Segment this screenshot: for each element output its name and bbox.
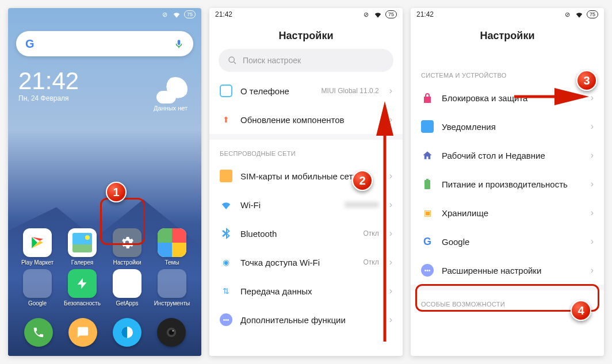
app-themes[interactable]: Темы (151, 228, 193, 266)
dock (8, 311, 201, 356)
status-time: 21:42 (416, 10, 434, 18)
battery-indicator: 75 (184, 10, 196, 18)
wifi-icon (173, 11, 181, 18)
folder-google[interactable]: Google (16, 269, 59, 306)
phone-settings-system: 21:42 ⊘ 75 Настройки СИСТЕМА И УСТРОЙСТВ… (411, 8, 604, 356)
battery-indicator: 75 (385, 10, 397, 18)
weather-text: Данных нет (154, 105, 188, 112)
row-power[interactable]: Питание и производительность › (411, 170, 604, 198)
row-data-usage[interactable]: ⇅ Передача данных › (209, 277, 403, 305)
row-wifi[interactable]: Wi-Fi › (209, 190, 403, 219)
status-bar: 21:42 ⊘ 75 (209, 8, 403, 21)
phone-home-screen: ⊘ 75 G 21:42 Пн, 24 Февраля Данных нет P… (8, 8, 201, 356)
app-play-market[interactable]: Play Маркет (16, 228, 59, 266)
chevron-right-icon: › (591, 236, 594, 247)
page-title: Настройки (209, 21, 403, 49)
row-update[interactable]: ⬆ Обновление компонентов › (209, 105, 403, 134)
wifi-icon (220, 198, 232, 211)
more-icon: ••• (421, 264, 434, 277)
chevron-right-icon: › (591, 121, 594, 132)
search-placeholder: Поиск настроек (243, 56, 301, 65)
row-notifications[interactable]: Уведомления › (411, 112, 604, 141)
google-search-bar[interactable]: G (16, 31, 193, 56)
svg-point-4 (229, 57, 234, 62)
app-getapps[interactable]: GetApps (106, 269, 148, 306)
row-desktop[interactable]: Рабочий стол и Недавние › (411, 141, 604, 170)
lock-icon (421, 91, 434, 104)
sim-icon (220, 170, 232, 182)
chevron-right-icon: › (591, 208, 594, 218)
battery-icon (421, 178, 434, 190)
settings-search[interactable]: Поиск настроек (219, 49, 393, 72)
wifi-icon (374, 11, 382, 18)
dock-messages[interactable] (68, 318, 97, 347)
more-icon: ••• (220, 313, 232, 326)
dock-camera[interactable] (157, 318, 186, 347)
status-bar: ⊘ 75 (8, 8, 201, 21)
bluetooth-icon (220, 227, 232, 240)
svg-rect-6 (424, 180, 430, 189)
weather-widget[interactable]: Данных нет (154, 77, 188, 112)
row-more[interactable]: ••• Дополнительные функции › (209, 305, 403, 334)
app-grid: Play Маркет Галерея Настройки Темы Googl… (8, 228, 201, 311)
data-icon: ⇅ (220, 285, 232, 297)
chevron-right-icon: › (389, 86, 392, 96)
app-gallery[interactable]: Галерея (61, 228, 104, 266)
dnd-icon: ⊘ (362, 11, 370, 18)
row-about-phone[interactable]: О телефоне MIUI Global 11.0.2 › (209, 76, 403, 105)
svg-rect-7 (426, 179, 429, 180)
status-time: 21:42 (215, 10, 232, 18)
mic-icon[interactable] (174, 39, 184, 49)
status-bar: 21:42 ⊘ 75 (411, 8, 604, 21)
chevron-right-icon: › (591, 179, 594, 189)
notification-icon (421, 120, 434, 133)
arrow-up (376, 112, 393, 344)
app-settings[interactable]: Настройки (106, 228, 148, 266)
chevron-right-icon: › (591, 93, 594, 103)
row-sim[interactable]: SIM-карты и мобильные сети › (209, 162, 403, 190)
folder-tools[interactable]: Инструменты (151, 269, 193, 306)
weather-icon (163, 77, 188, 101)
dnd-icon: ⊘ (564, 11, 572, 18)
chevron-right-icon: › (591, 150, 594, 160)
callout-2: 2 (352, 170, 373, 191)
section-wireless: БЕСПРОВОДНЫЕ СЕТИ (209, 140, 403, 162)
callout-3: 3 (576, 70, 597, 91)
home-icon (421, 149, 434, 162)
google-icon: G (421, 235, 434, 248)
hotspot-icon: ◉ (220, 256, 232, 269)
section-system: СИСТЕМА И УСТРОЙСТВО (411, 49, 604, 83)
row-google[interactable]: G Google › (411, 227, 604, 256)
row-storage[interactable]: ▣ Хранилище › (411, 198, 604, 227)
storage-icon: ▣ (421, 206, 434, 219)
battery-indicator: 75 (587, 10, 598, 18)
app-security[interactable]: Безопасность (61, 269, 104, 306)
phone-settings-main: 21:42 ⊘ 75 Настройки Поиск настроек О те… (209, 8, 403, 356)
svg-point-3 (172, 330, 174, 332)
row-advanced-settings[interactable]: ••• Расширенные настройки › (411, 256, 604, 285)
google-logo: G (25, 37, 35, 51)
page-title: Настройки (411, 21, 604, 49)
dock-phone[interactable] (24, 318, 53, 347)
wifi-icon (575, 11, 583, 18)
callout-1: 1 (106, 182, 127, 202)
chevron-right-icon: › (591, 265, 594, 275)
row-bluetooth[interactable]: Bluetooth Откл › (209, 219, 403, 248)
arrow-left-3 (508, 90, 589, 106)
row-hotspot[interactable]: ◉ Точка доступа Wi-Fi Откл › (209, 248, 403, 277)
search-icon (228, 56, 237, 65)
callout-4: 4 (571, 300, 591, 321)
update-icon: ⬆ (220, 113, 232, 126)
dnd-icon: ⊘ (161, 11, 169, 18)
phone-icon (220, 85, 232, 97)
dock-browser[interactable] (113, 318, 141, 347)
